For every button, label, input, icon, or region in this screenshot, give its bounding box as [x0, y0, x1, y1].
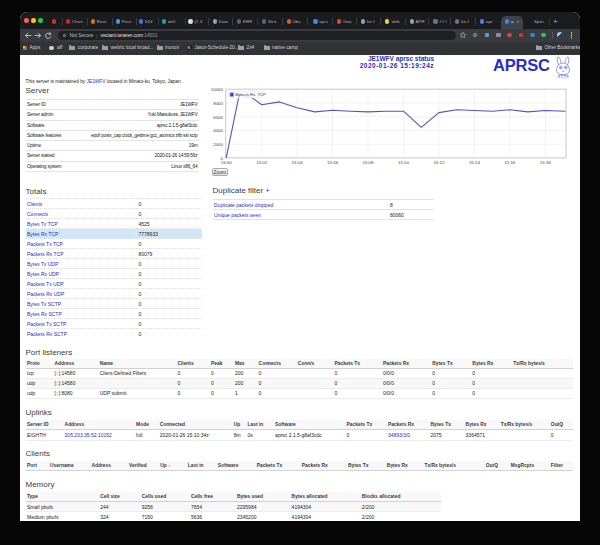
svg-text:8000: 8000: [213, 101, 223, 106]
svg-text:10000: 10000: [210, 87, 223, 92]
svg-text:Bytes/s Rx, TCP: Bytes/s Rx, TCP: [235, 92, 266, 97]
svg-text:15:18: 15:18: [539, 160, 551, 165]
svg-text:15:08: 15:08: [362, 160, 374, 165]
svg-text:6000: 6000: [213, 115, 223, 120]
svg-text:15:14: 15:14: [468, 160, 480, 165]
svg-text:15:12: 15:12: [433, 160, 445, 165]
svg-text:2000: 2000: [213, 142, 223, 147]
svg-text:15:04: 15:04: [291, 160, 303, 165]
svg-text:15:10: 15:10: [398, 160, 410, 165]
svg-text:15:16: 15:16: [504, 160, 516, 165]
svg-text:4000: 4000: [213, 128, 223, 133]
svg-text:15:06: 15:06: [327, 160, 339, 165]
svg-text:15:02: 15:02: [256, 160, 268, 165]
